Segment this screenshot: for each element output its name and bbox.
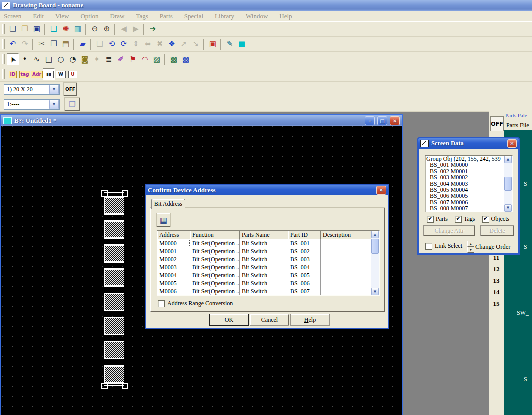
close-icon[interactable]: ✕	[390, 116, 400, 126]
copy-button[interactable]: ❐	[48, 38, 60, 50]
zoom-out-button[interactable]: ⊖	[89, 24, 101, 36]
bit-switch-object[interactable]	[104, 317, 124, 336]
toolbar-gripper[interactable]	[2, 24, 5, 34]
list-item[interactable]: BS_006 M0005	[425, 193, 512, 199]
ellipse-tool-button[interactable]: ○	[55, 54, 67, 66]
menu-tags[interactable]: Tags	[136, 12, 148, 20]
selection-handle[interactable]	[122, 190, 128, 197]
bit-switch-object[interactable]	[104, 196, 124, 215]
cut-button[interactable]: ✂	[36, 38, 48, 50]
point-tool-button[interactable]: •	[19, 54, 31, 66]
table-cell[interactable]: Bit Set(Operation ...	[190, 280, 240, 287]
place-part-tool-button[interactable]: ⚑	[127, 54, 139, 66]
table-cell[interactable]: Bit Set(Operation ...	[190, 272, 240, 279]
toolbar-gripper[interactable]	[2, 40, 5, 50]
menu-option[interactable]: Option	[80, 12, 98, 20]
scrollbar-thumb[interactable]	[504, 177, 512, 191]
change-order-spinner[interactable]: ▲▼	[467, 241, 474, 253]
table-cell[interactable]: BS_004	[288, 264, 321, 271]
table-cell[interactable]: BS_001	[288, 240, 321, 247]
checkbox-objects-box[interactable]: ✔	[482, 216, 489, 223]
checkbox-parts-box[interactable]: ✔	[427, 216, 434, 223]
save-button[interactable]: ▣	[31, 24, 43, 36]
address-range-checkbox[interactable]	[158, 300, 165, 308]
parts-box-blue-button[interactable]: ▩	[180, 54, 192, 66]
ok-button[interactable]: OK	[210, 314, 248, 326]
toolbar-gripper[interactable]	[2, 70, 5, 80]
table-cell[interactable]	[321, 248, 370, 255]
scroll-down-button[interactable]: ▼	[371, 288, 379, 296]
arc-tool-button[interactable]: ◔	[67, 54, 79, 66]
menu-screen[interactable]: Screen	[4, 12, 21, 20]
table-row[interactable]: M0001Bit Set(Operation ...Bit SwitchBS_0…	[157, 248, 379, 256]
list-item[interactable]: BS_008 M0007	[425, 206, 512, 212]
parts-file-button[interactable]: Parts File	[504, 120, 532, 130]
scroll-up-button[interactable]: ▲	[371, 231, 379, 238]
column-header-part-id[interactable]: Part ID	[288, 231, 321, 239]
minimize-button[interactable]: –	[365, 116, 375, 126]
table-row[interactable]: M0004Bit Set(Operation ...Bit SwitchBS_0…	[157, 272, 379, 280]
filled-square-button[interactable]: ■	[236, 38, 248, 50]
menu-edit[interactable]: Edit	[33, 12, 44, 20]
menu-help[interactable]: Help	[279, 12, 292, 20]
bit-switch-object[interactable]	[104, 293, 124, 312]
bit-switch-object[interactable]	[104, 244, 124, 263]
table-row[interactable]: M0003Bit Set(Operation ...Bit SwitchBS_0…	[157, 264, 379, 272]
column-header-parts-name[interactable]: Parts Name	[240, 231, 288, 239]
column-header-function[interactable]: Function	[190, 231, 240, 239]
selection-handle[interactable]	[101, 383, 108, 390]
cancel-button[interactable]: Cancel	[250, 314, 289, 326]
part-size-combo[interactable]: 1) 20 X 20 ▼	[4, 84, 60, 95]
paste-button[interactable]: ▤	[60, 38, 72, 50]
table-cell[interactable]: Bit Switch	[240, 256, 288, 263]
bit-switch-object[interactable]	[104, 220, 124, 239]
checkbox-tags-box[interactable]: ✔	[455, 216, 462, 223]
menu-special[interactable]: Special	[184, 12, 203, 20]
expand-button[interactable]: ❖	[166, 38, 178, 50]
table-cell[interactable]: BS_002	[288, 248, 321, 255]
table-cell[interactable]: BS_006	[288, 280, 321, 287]
table-cell[interactable]: M0004	[157, 272, 190, 279]
table-cell[interactable]: BS_005	[288, 272, 321, 279]
part-slot-14[interactable]: 14	[489, 286, 503, 298]
window-w-button[interactable]: W	[55, 68, 67, 80]
link-select-checkbox[interactable]	[425, 243, 432, 250]
document-titlebar[interactable]: B?: Untitled1 * – □ ✕	[1, 116, 402, 126]
table-cell[interactable]: Bit Set(Operation ...	[190, 264, 240, 271]
rotate-left-button[interactable]: ⟲	[106, 38, 118, 50]
selection-handle[interactable]	[122, 383, 128, 390]
menu-draw[interactable]: Draw	[110, 12, 125, 20]
close-icon[interactable]: ✕	[376, 186, 386, 195]
table-cell[interactable]: Bit Set(Operation ...	[190, 256, 240, 263]
screen-data-titlebar[interactable]: Screen Data ✕	[418, 138, 519, 149]
help-button[interactable]: Help	[291, 314, 329, 326]
chevron-down-icon[interactable]: ▼	[49, 100, 59, 110]
rotate-right-button[interactable]: ⟳	[118, 38, 130, 50]
table-cell[interactable]	[321, 256, 370, 263]
table-cell[interactable]: M0006	[157, 288, 190, 295]
adr-tag-button[interactable]: Adr	[31, 68, 43, 80]
part-slot-12[interactable]: 12	[489, 264, 503, 275]
data-bars-button[interactable]: ▮▮	[43, 68, 55, 80]
table-cell[interactable]	[321, 280, 370, 287]
scale-tool-button[interactable]: ≣	[103, 54, 115, 66]
dialog-titlebar[interactable]: Confirm Device Address ✕	[146, 185, 388, 196]
copy-screen-button[interactable]: ❐	[65, 98, 80, 111]
rectangle-tool-button[interactable]: □	[43, 54, 55, 66]
table-row[interactable]: M0000Bit Set(Operation ...Bit SwitchBS_0…	[157, 240, 379, 248]
selection-handle[interactable]	[101, 190, 108, 197]
table-cell[interactable]: Bit Switch	[240, 280, 288, 287]
arc-part-tool-button[interactable]: ◠	[139, 54, 151, 66]
table-cell[interactable]: Bit Switch	[240, 264, 288, 271]
table-cell[interactable]: Bit Switch	[240, 288, 288, 295]
table-cell[interactable]	[321, 288, 370, 295]
scrollbar-thumb[interactable]	[371, 239, 379, 254]
screen-data-list[interactable]: Group Obj (202, 155, 242, 539BS_001 M000…	[425, 156, 513, 212]
order-swap-button[interactable]: ▣	[207, 38, 219, 50]
part-state-toggle-button[interactable]: OFF	[64, 83, 77, 96]
menu-parts[interactable]: Parts	[160, 12, 173, 20]
open-folder-button[interactable]: ❒	[19, 24, 31, 36]
scroll-up-button[interactable]: ▲	[504, 156, 512, 164]
scrollbar[interactable]: ▲▼	[371, 231, 379, 296]
scroll-down-button[interactable]: ▼	[504, 204, 512, 212]
